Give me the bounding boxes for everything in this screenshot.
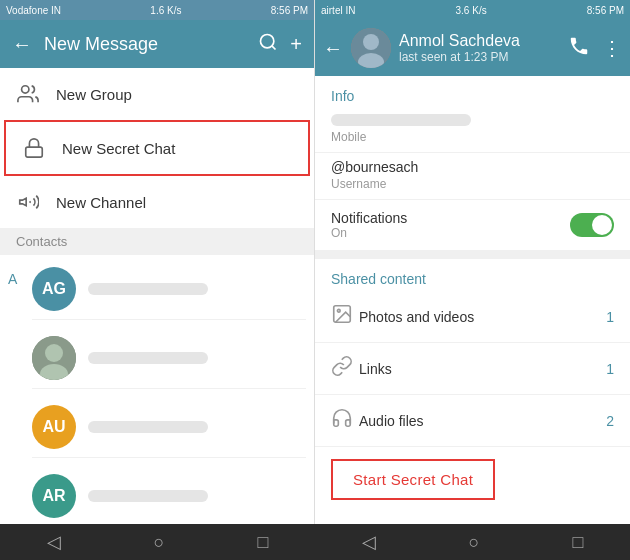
username-label: Username — [331, 177, 614, 191]
search-button[interactable] — [258, 32, 278, 57]
right-speed: 3.6 K/s — [456, 5, 487, 16]
photos-icon — [331, 303, 359, 330]
right-back-nav-icon[interactable]: ◁ — [342, 525, 396, 559]
left-nav: ◁ ○ □ — [0, 525, 315, 559]
svg-point-14 — [337, 309, 340, 312]
contact-name — [88, 421, 208, 433]
new-group-label: New Group — [56, 86, 132, 103]
username-value: @bournesach — [331, 159, 614, 175]
audio-icon — [331, 407, 359, 434]
audio-count: 2 — [606, 413, 614, 429]
group-letter-empty3 — [8, 466, 32, 478]
new-secret-chat-label: New Secret Chat — [62, 140, 175, 157]
recent-nav-icon[interactable]: □ — [238, 526, 289, 559]
right-nav: ◁ ○ □ — [315, 525, 630, 559]
svg-point-11 — [363, 34, 379, 50]
photos-label: Photos and videos — [359, 309, 606, 325]
group-letter-empty — [8, 328, 32, 340]
svg-point-0 — [261, 34, 274, 47]
right-header: ← Anmol Sachdeva last seen at 1:23 PM — [315, 20, 630, 76]
mobile-info-item: Mobile — [315, 108, 630, 153]
list-item[interactable] — [32, 328, 306, 389]
menu-items: New Group New Secret Chat — [0, 68, 314, 228]
start-secret-chat-container: Start Secret Chat — [315, 447, 630, 512]
more-button[interactable]: ⋮ — [602, 36, 622, 60]
list-item[interactable]: AG — [32, 259, 306, 320]
group-icon — [16, 82, 40, 106]
new-channel-label: New Channel — [56, 194, 146, 211]
new-channel-item[interactable]: New Channel — [0, 176, 314, 228]
contact-name — [88, 352, 208, 364]
list-item[interactable]: AR — [32, 466, 306, 524]
links-item[interactable]: Links 1 — [315, 343, 630, 395]
links-icon — [331, 355, 359, 382]
contact-name — [88, 283, 208, 295]
group-letter-a: A — [8, 259, 32, 287]
start-secret-chat-button[interactable]: Start Secret Chat — [331, 459, 495, 500]
right-home-nav-icon[interactable]: ○ — [449, 526, 500, 559]
audio-label: Audio files — [359, 413, 606, 429]
back-nav-icon[interactable]: ◁ — [27, 525, 81, 559]
svg-line-1 — [272, 45, 276, 49]
page-title: New Message — [44, 34, 246, 55]
contacts-section-header: Contacts — [0, 228, 314, 255]
audio-item[interactable]: Audio files 2 — [315, 395, 630, 447]
username-info-item: @bournesach Username — [315, 153, 630, 200]
contact-group-3: AU — [0, 393, 314, 462]
add-button[interactable]: + — [290, 33, 302, 56]
left-carrier: Vodafone IN — [6, 5, 61, 16]
notifications-row: Notifications On — [315, 200, 630, 251]
call-button[interactable] — [568, 35, 590, 62]
right-carrier: airtel IN — [321, 5, 355, 16]
notifications-toggle[interactable] — [570, 213, 614, 237]
right-status-bar: airtel IN 3.6 K/s 8:56 PM — [315, 0, 630, 20]
mobile-value-blur — [331, 114, 471, 126]
photos-videos-item[interactable]: Photos and videos 1 — [315, 291, 630, 343]
list-item[interactable]: AU — [32, 397, 306, 458]
right-recent-nav-icon[interactable]: □ — [553, 526, 604, 559]
profile-actions: ⋮ — [568, 35, 622, 62]
right-panel: airtel IN 3.6 K/s 8:56 PM ← Anmol Sachde… — [315, 0, 630, 524]
new-group-item[interactable]: New Group — [0, 68, 314, 120]
notif-labels: Notifications On — [331, 210, 570, 240]
left-panel: Vodafone IN 1.6 K/s 8:56 PM ← New Messag… — [0, 0, 315, 524]
left-status-bar: Vodafone IN 1.6 K/s 8:56 PM — [0, 0, 314, 20]
contact-group-a: A AG — [0, 255, 314, 324]
avatar: AU — [32, 405, 76, 449]
right-time: 8:56 PM — [587, 5, 624, 16]
back-button[interactable]: ← — [12, 33, 32, 56]
left-header: ← New Message + — [0, 20, 314, 68]
lock-icon — [22, 136, 46, 160]
contacts-list: A AG — [0, 255, 314, 524]
contact-group-2 — [0, 324, 314, 393]
svg-rect-3 — [26, 147, 43, 157]
avatar: AR — [32, 474, 76, 518]
notif-subtitle: On — [331, 226, 570, 240]
group-letter-empty2 — [8, 397, 32, 409]
profile-avatar — [351, 28, 391, 68]
shared-content-title: Shared content — [315, 251, 630, 291]
svg-point-2 — [22, 86, 29, 93]
info-section-title: Info — [315, 76, 630, 108]
profile-content: Info Mobile @bournesach Username Notific… — [315, 76, 630, 524]
profile-name: Anmol Sachdeva — [399, 32, 560, 50]
right-back-button[interactable]: ← — [323, 37, 343, 60]
notif-title: Notifications — [331, 210, 570, 226]
contact-name — [88, 490, 208, 502]
photos-count: 1 — [606, 309, 614, 325]
profile-info: Anmol Sachdeva last seen at 1:23 PM — [399, 32, 560, 64]
contact-group-4: AR — [0, 462, 314, 524]
mobile-label: Mobile — [331, 130, 614, 144]
home-nav-icon[interactable]: ○ — [134, 526, 185, 559]
left-time: 8:56 PM — [271, 5, 308, 16]
links-count: 1 — [606, 361, 614, 377]
avatar: AG — [32, 267, 76, 311]
svg-point-5 — [45, 344, 63, 362]
bottom-navigation: ◁ ○ □ ◁ ○ □ — [0, 524, 630, 560]
profile-status: last seen at 1:23 PM — [399, 50, 560, 64]
links-label: Links — [359, 361, 606, 377]
avatar — [32, 336, 76, 380]
new-secret-chat-item[interactable]: New Secret Chat — [4, 120, 310, 176]
left-speed: 1.6 K/s — [150, 5, 181, 16]
channel-icon — [16, 190, 40, 214]
